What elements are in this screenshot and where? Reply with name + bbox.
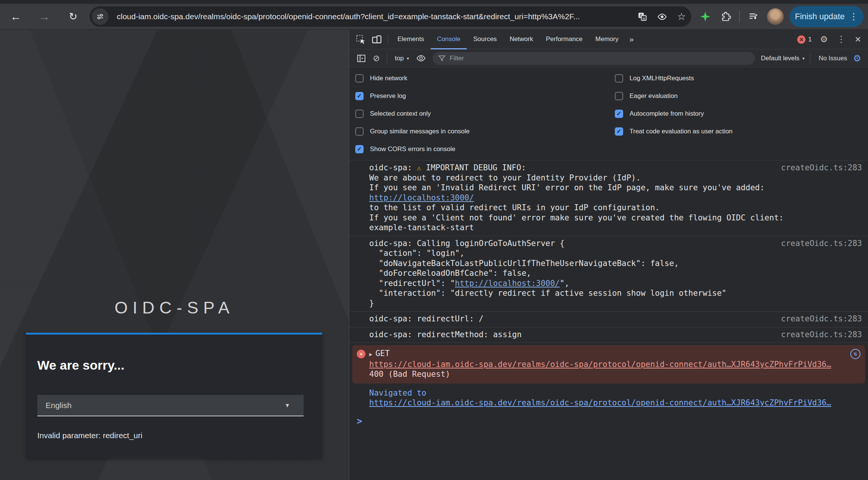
extensions-button[interactable]: [717, 4, 734, 29]
message-text: We are about to redirect to your Identit…: [369, 173, 862, 183]
tab-performance[interactable]: Performance: [539, 30, 589, 49]
live-expression-button[interactable]: [414, 49, 429, 67]
message-text: to the list of valid redirect URIs in yo…: [369, 203, 862, 213]
console-settings-button[interactable]: ⚙: [852, 53, 863, 64]
message-text: "interaction": "directly redirect if act…: [369, 288, 862, 298]
source-link[interactable]: createOidc.ts:283: [781, 314, 862, 324]
checkbox[interactable]: [355, 145, 364, 153]
back-button[interactable]: ←: [6, 4, 26, 29]
tab-elements[interactable]: Elements: [391, 30, 431, 49]
page-title: OIDC-SPA: [0, 298, 349, 318]
context-selector[interactable]: top ▾: [390, 55, 414, 62]
checkbox[interactable]: [615, 110, 623, 118]
message-text: "redirectUrl": ": [369, 279, 455, 288]
devtools-close-button[interactable]: ✕: [850, 35, 868, 44]
source-link[interactable]: createOidc.ts:283: [781, 238, 862, 249]
console-toolbar: ⊘ top ▾ Filter Default levels ▾ No Issue…: [349, 49, 868, 67]
finish-update-button[interactable]: Finish update ⋮: [790, 6, 863, 27]
checkbox[interactable]: [355, 127, 364, 136]
filter-input[interactable]: Filter: [432, 52, 755, 65]
message-text: oidc-spa:: [369, 163, 417, 172]
close-icon: ✕: [854, 35, 861, 44]
tune-icon: [96, 12, 105, 21]
media-playlist-icon: [748, 11, 759, 22]
browser-toolbar: ← → ↻ cloud-iam.oidc-spa.dev/realms/oidc…: [0, 4, 868, 29]
network-request-icon[interactable]: ⇅: [850, 349, 860, 359]
toolbar-divider: [739, 11, 740, 22]
setting-log-xhr[interactable]: Log XMLHttpRequests: [615, 69, 732, 87]
tab-network[interactable]: Network: [503, 30, 539, 49]
localhost-link[interactable]: http://localhost:3000/: [369, 193, 474, 202]
issues-counter[interactable]: No Issues: [813, 55, 853, 62]
setting-selected-context[interactable]: Selected context only: [355, 105, 470, 122]
inspect-element-button[interactable]: [353, 30, 369, 49]
finish-update-label: Finish update: [795, 12, 845, 21]
extension-pinned-button[interactable]: [697, 4, 714, 29]
console-message-redirect-url: createOidc.ts:283 oidc-spa: redirectUrl:…: [349, 312, 868, 327]
translate-button[interactable]: A a: [633, 6, 652, 27]
toolbar-divider: [810, 53, 810, 64]
setting-eager-eval[interactable]: Eager evaluation: [615, 87, 732, 105]
eye-icon: [657, 12, 667, 22]
message-text: "action": "login",: [369, 248, 862, 258]
tabbar-divider: [388, 34, 388, 45]
reload-button[interactable]: ↻: [63, 4, 83, 29]
site-settings-button[interactable]: [92, 8, 108, 25]
expand-arrow-icon[interactable]: ▶: [369, 351, 372, 357]
forward-button[interactable]: →: [35, 4, 54, 29]
console-sidebar-button[interactable]: [354, 49, 369, 67]
devtools-menu-button[interactable]: ⋮: [832, 34, 850, 44]
tab-console[interactable]: Console: [431, 30, 467, 49]
tab-memory[interactable]: Memory: [589, 30, 625, 49]
checkbox[interactable]: [355, 110, 364, 118]
source-link[interactable]: createOidc.ts:283: [781, 330, 862, 340]
setting-label: Preserve log: [370, 92, 406, 100]
setting-treat-eval-user-action[interactable]: Treat code evaluation as user action: [615, 122, 732, 140]
setting-preserve-log[interactable]: Preserve log: [355, 87, 470, 105]
setting-show-cors[interactable]: Show CORS errors in console: [355, 140, 470, 158]
caret-down-icon: ▾: [407, 56, 409, 61]
more-tabs-button[interactable]: »: [625, 35, 638, 44]
checkbox[interactable]: [615, 92, 623, 100]
invalid-parameter-text: Invalid parameter: redirect_uri: [37, 431, 142, 440]
request-method: GET: [375, 349, 390, 358]
devtools-panel: Elements Console Sources Network Perform…: [349, 30, 868, 480]
device-toolbar-button[interactable]: [369, 30, 385, 49]
log-levels-selector[interactable]: Default levels ▾: [761, 55, 807, 62]
checkbox[interactable]: [615, 74, 623, 83]
navigated-label: Navigated to: [369, 388, 862, 398]
source-link[interactable]: createOidc.ts:283: [781, 163, 862, 173]
clear-console-button[interactable]: ⊘: [369, 49, 384, 67]
browser-menu-icon[interactable]: ⋮: [849, 11, 858, 22]
localhost-link[interactable]: http://localhost:3000/: [455, 279, 560, 288]
profile-avatar[interactable]: [767, 8, 784, 25]
language-select[interactable]: English ▼: [37, 395, 304, 416]
navigated-link[interactable]: https://cloud-iam.oidc-spa.dev/realms/oi…: [369, 398, 831, 407]
error-badge-icon: ✕: [797, 35, 805, 44]
failed-request-link[interactable]: https://cloud-iam.oidc-spa.dev/realms/oi…: [369, 360, 831, 369]
gear-icon: ⚙: [820, 34, 828, 44]
error-count-badge[interactable]: ✕ 1: [797, 35, 811, 44]
console-prompt[interactable]: >: [349, 411, 868, 426]
gear-icon: ⚙: [853, 53, 861, 63]
filter-placeholder: Filter: [450, 55, 464, 62]
setting-group-similar[interactable]: Group similar messages in console: [355, 122, 470, 140]
sidebar-panel-icon: [356, 54, 366, 63]
setting-hide-network[interactable]: Hide network: [355, 69, 470, 87]
media-controls-button[interactable]: [745, 4, 762, 29]
message-text: IMPORTANT DEBUG INFO:: [421, 163, 526, 172]
console-settings-pane: Hide network Preserve log Selected conte…: [349, 67, 868, 161]
address-bar[interactable]: cloud-iam.oidc-spa.dev/realms/oidc-spa/p…: [90, 6, 691, 27]
console-output: createOidc.ts:283 oidc-spa: ⚠ IMPORTANT …: [349, 161, 868, 426]
checkbox[interactable]: [355, 92, 364, 100]
setting-autocomplete-history[interactable]: Autocomplete from history: [615, 105, 732, 122]
tab-sources[interactable]: Sources: [467, 30, 503, 49]
funnel-icon: [438, 54, 446, 63]
url-text[interactable]: cloud-iam.oidc-spa.dev/realms/oidc-spa/p…: [117, 12, 633, 21]
devtools-settings-button[interactable]: ⚙: [816, 34, 833, 44]
bookmark-button[interactable]: ☆: [672, 6, 691, 27]
preview-button[interactable]: [652, 6, 672, 27]
checkbox[interactable]: [615, 127, 623, 136]
error-card: We are sorry... English ▼ Invalid parame…: [26, 333, 322, 458]
checkbox[interactable]: [355, 74, 364, 83]
